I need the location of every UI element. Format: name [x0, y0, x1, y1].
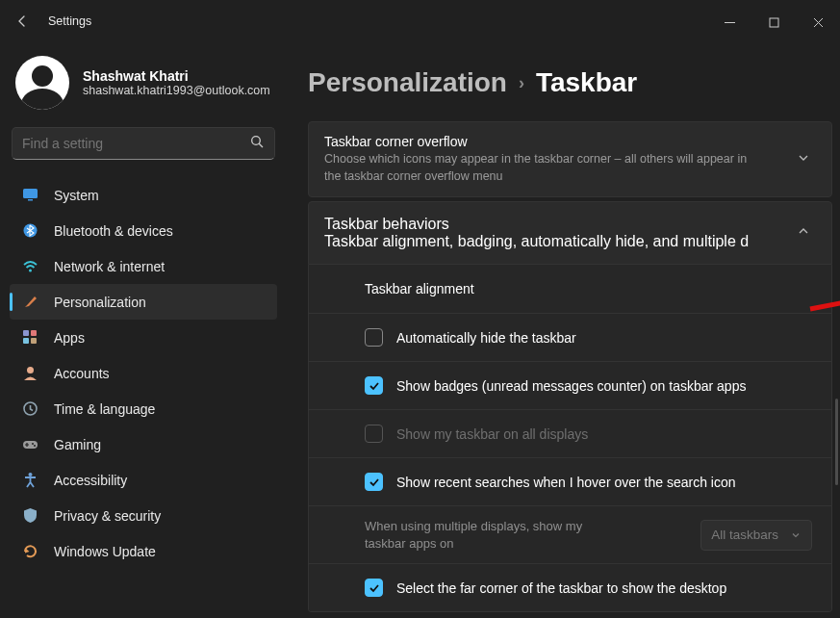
sidebar-item-label: Bluetooth & devices: [54, 223, 173, 239]
titlebar-left: Settings: [8, 7, 91, 36]
breadcrumb-root[interactable]: Personalization: [308, 67, 507, 98]
multi-display-row: When using multiple displays, show my ta…: [309, 505, 831, 563]
maximize-button[interactable]: [751, 6, 796, 37]
sidebar-item-label: Time & language: [54, 401, 155, 417]
sidebar-item-system[interactable]: System: [10, 177, 277, 213]
far-corner-checkbox[interactable]: [365, 579, 383, 597]
badges-checkbox[interactable]: [365, 376, 383, 395]
search-input[interactable]: [22, 136, 250, 151]
scrollbar-thumb[interactable]: [835, 399, 838, 485]
window-controls: [707, 6, 840, 37]
bluetooth-icon: [21, 222, 38, 240]
all-displays-label: Show my taskbar on all displays: [396, 426, 588, 442]
svg-rect-5: [28, 199, 33, 201]
svg-rect-11: [31, 338, 37, 344]
arrow-left-icon: [14, 13, 30, 29]
profile-email: shashwat.khatri1993@outlook.com: [83, 84, 270, 97]
sidebar-item-apps[interactable]: Apps: [10, 320, 277, 355]
search-icon: [250, 135, 265, 153]
panels: Taskbar corner overflow Choose which ico…: [308, 121, 832, 612]
monitor-icon: [21, 187, 38, 204]
svg-marker-18: [25, 548, 30, 554]
maximize-icon: [769, 17, 779, 28]
profile-text: Shashwat Khatri shashwat.khatri1993@outl…: [83, 68, 270, 97]
update-icon: [21, 543, 38, 560]
auto-hide-label: Automatically hide the taskbar: [396, 330, 576, 346]
sidebar-item-label: Privacy & security: [54, 508, 161, 524]
chevron-down-icon: [797, 151, 810, 168]
sidebar-item-personalization[interactable]: Personalization: [10, 284, 277, 320]
sidebar-item-update[interactable]: Windows Update: [10, 533, 277, 569]
shield-icon: [21, 507, 38, 525]
chevron-down-icon: [790, 529, 802, 541]
far-corner-row: Select the far corner of the taskbar to …: [309, 563, 831, 611]
svg-point-17: [28, 473, 32, 476]
sidebar-item-gaming[interactable]: Gaming: [10, 426, 277, 462]
svg-point-12: [27, 367, 34, 373]
titlebar: Settings: [0, 0, 840, 42]
taskbar-alignment-row: Taskbar alignment: [309, 265, 831, 313]
svg-point-16: [34, 445, 36, 447]
close-button[interactable]: [796, 6, 840, 37]
multi-display-label: When using multiple displays, show my ta…: [365, 518, 615, 552]
behaviors-desc: Taskbar alignment, badging, automaticall…: [324, 233, 749, 250]
sidebar-item-bluetooth[interactable]: Bluetooth & devices: [10, 213, 277, 248]
sidebar: Shashwat Khatri shashwat.khatri1993@outl…: [0, 42, 287, 618]
behaviors-title: Taskbar behaviors: [324, 216, 749, 233]
sidebar-item-accounts[interactable]: Accounts: [10, 355, 277, 391]
close-icon: [813, 17, 824, 28]
sidebar-item-label: Windows Update: [54, 544, 156, 559]
breadcrumb-leaf: Taskbar: [536, 67, 637, 98]
sidebar-item-privacy[interactable]: Privacy & security: [10, 498, 277, 533]
badges-row: Show badges (unread messages counter) on…: [309, 361, 831, 409]
svg-rect-9: [31, 330, 37, 336]
multi-display-combo: All taskbars: [700, 520, 812, 551]
recent-search-checkbox[interactable]: [365, 473, 383, 491]
sidebar-item-time[interactable]: Time & language: [10, 391, 277, 426]
app-title: Settings: [48, 14, 91, 28]
all-displays-row: Show my taskbar on all displays: [309, 409, 831, 457]
svg-rect-8: [23, 330, 29, 336]
minimize-button[interactable]: [707, 6, 751, 37]
behaviors-header[interactable]: Taskbar behaviors Taskbar alignment, bad…: [308, 201, 832, 265]
gamepad-icon: [21, 436, 38, 453]
sidebar-item-label: Apps: [54, 330, 85, 346]
all-displays-checkbox: [365, 425, 383, 443]
content-area: Personalization › Taskbar Taskbar corner…: [287, 42, 840, 618]
sidebar-item-label: System: [54, 188, 99, 203]
clock-icon: [21, 400, 38, 418]
svg-point-7: [29, 270, 32, 272]
breadcrumb-separator: ›: [519, 73, 524, 93]
svg-line-3: [259, 143, 263, 147]
taskbar-behaviors-section: Taskbar behaviors Taskbar alignment, bad…: [308, 201, 832, 612]
person-icon: [21, 365, 38, 382]
apps-icon: [21, 329, 38, 347]
recent-search-label: Show recent searches when I hover over t…: [396, 475, 736, 490]
auto-hide-checkbox[interactable]: [365, 328, 383, 347]
sidebar-item-label: Accounts: [54, 366, 110, 381]
sidebar-item-accessibility[interactable]: Accessibility: [10, 462, 277, 498]
svg-rect-10: [23, 338, 29, 344]
back-button[interactable]: [8, 7, 37, 36]
overflow-desc: Choose which icons may appear in the tas…: [324, 151, 757, 185]
brush-icon: [21, 294, 38, 311]
svg-rect-4: [23, 189, 38, 198]
sidebar-item-label: Personalization: [54, 295, 146, 310]
taskbar-overflow-card[interactable]: Taskbar corner overflow Choose which ico…: [308, 121, 832, 197]
wifi-icon: [21, 258, 38, 275]
profile-name: Shashwat Khatri: [83, 68, 270, 84]
sidebar-item-network[interactable]: Network & internet: [10, 248, 277, 284]
profile-block[interactable]: Shashwat Khatri shashwat.khatri1993@outl…: [10, 50, 277, 127]
sidebar-item-label: Gaming: [54, 437, 101, 452]
sidebar-item-label: Network & internet: [54, 259, 165, 274]
multi-display-value: All taskbars: [711, 528, 778, 542]
svg-point-2: [252, 136, 261, 144]
far-corner-label: Select the far corner of the taskbar to …: [396, 580, 726, 596]
search-box[interactable]: [12, 127, 275, 160]
badges-label: Show badges (unread messages counter) on…: [396, 378, 746, 394]
auto-hide-row: Automatically hide the taskbar: [309, 313, 831, 361]
behaviors-list: Taskbar alignment Automatically hide the…: [308, 265, 832, 612]
avatar: [15, 56, 69, 110]
nav-list: SystemBluetooth & devicesNetwork & inter…: [10, 177, 277, 569]
svg-point-15: [32, 443, 34, 445]
